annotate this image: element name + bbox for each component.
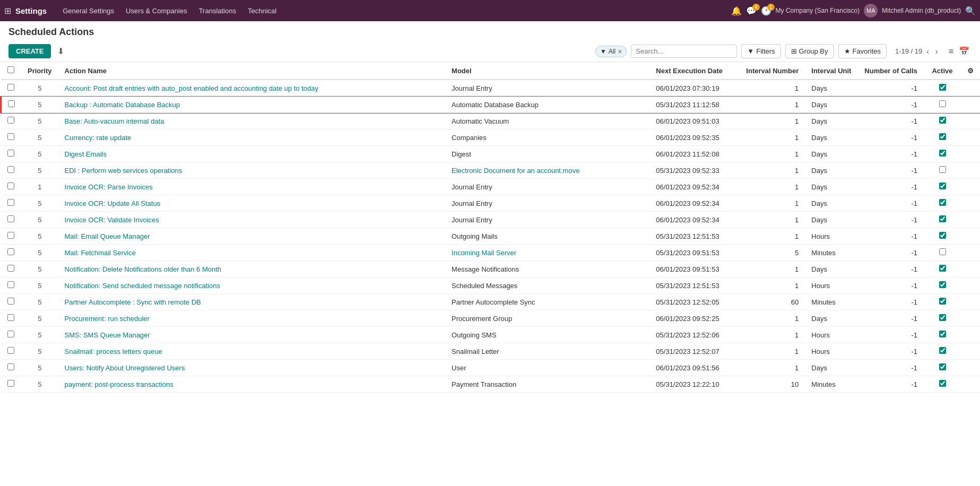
avatar[interactable]: MA <box>864 4 878 18</box>
header-active[interactable]: Active <box>924 62 961 80</box>
row-action-name[interactable]: Account: Post draft entries with auto_po… <box>58 80 446 97</box>
row-active[interactable] <box>924 294 961 310</box>
row-checkbox[interactable] <box>7 265 14 272</box>
row-checkbox[interactable] <box>7 117 14 124</box>
active-checkbox[interactable] <box>939 117 946 124</box>
active-checkbox[interactable] <box>939 281 946 288</box>
filters-button[interactable]: ▼ Filters <box>741 44 780 58</box>
group-by-button[interactable]: ⊞ Group By <box>785 44 834 58</box>
chat-icon[interactable]: 💬4 <box>746 6 757 16</box>
active-checkbox[interactable] <box>939 199 946 206</box>
active-checkbox[interactable] <box>939 215 946 222</box>
download-button[interactable]: ⬇ <box>55 44 66 58</box>
row-checkbox[interactable] <box>7 150 14 157</box>
row-active[interactable] <box>924 212 961 228</box>
active-checkbox[interactable] <box>939 166 946 173</box>
row-action-name[interactable]: Digest Emails <box>58 146 446 162</box>
row-checkbox[interactable] <box>7 232 14 239</box>
row-active[interactable] <box>924 360 961 376</box>
header-num-calls[interactable]: Number of Calls <box>858 62 924 80</box>
row-action-name[interactable]: Users: Notify About Unregistered Users <box>58 360 446 376</box>
row-active[interactable] <box>924 376 961 393</box>
row-model[interactable]: Electronic Document for an account.move <box>445 162 649 179</box>
active-checkbox[interactable] <box>939 298 946 305</box>
row-active[interactable] <box>924 97 961 113</box>
row-action-name[interactable]: Notification: Send scheduled message not… <box>58 277 446 294</box>
row-action-name[interactable]: SMS: SMS Queue Manager <box>58 327 446 343</box>
row-active[interactable] <box>924 179 961 195</box>
row-action-name[interactable]: Notification: Delete Notifications older… <box>58 261 446 277</box>
topnav-general-settings[interactable]: General Settings <box>57 5 119 17</box>
active-checkbox[interactable] <box>939 183 946 189</box>
row-action-name[interactable]: Mail: Fetchmail Service <box>58 245 446 261</box>
row-active[interactable] <box>924 327 961 343</box>
row-checkbox[interactable] <box>7 183 14 189</box>
topnav-translations[interactable]: Translations <box>194 5 241 17</box>
row-checkbox[interactable] <box>7 84 14 91</box>
calendar-view-button[interactable]: 📅 <box>957 45 972 57</box>
row-checkbox[interactable] <box>7 331 14 337</box>
row-checkbox[interactable] <box>8 100 15 107</box>
active-checkbox[interactable] <box>939 248 946 255</box>
search-icon[interactable]: 🔍 <box>965 6 976 16</box>
active-checkbox[interactable] <box>939 133 946 140</box>
row-checkbox[interactable] <box>7 380 14 387</box>
row-checkbox[interactable] <box>7 166 14 173</box>
select-all-checkbox[interactable] <box>7 66 14 73</box>
active-checkbox[interactable] <box>939 84 946 91</box>
row-action-name[interactable]: Backup : Automatic Database Backup <box>58 97 446 113</box>
topnav-users-companies[interactable]: Users & Companies <box>120 5 193 17</box>
active-checkbox[interactable] <box>939 363 946 370</box>
row-checkbox[interactable] <box>7 281 14 288</box>
row-active[interactable] <box>924 228 961 245</box>
row-action-name[interactable]: Snailmail: process letters queue <box>58 343 446 360</box>
row-active[interactable] <box>924 80 961 97</box>
row-action-name[interactable]: Mail: Email Queue Manager <box>58 228 446 245</box>
active-checkbox[interactable] <box>939 150 946 157</box>
header-model[interactable]: Model <box>445 62 649 80</box>
row-action-name[interactable]: Invoice OCR: Validate Invoices <box>58 212 446 228</box>
grid-icon[interactable]: ⊞ <box>4 6 11 16</box>
row-model[interactable]: Incoming Mail Server <box>445 245 649 261</box>
create-button[interactable]: CREATE <box>8 44 51 58</box>
active-checkbox[interactable] <box>939 265 946 272</box>
row-active[interactable] <box>924 245 961 261</box>
row-active[interactable] <box>924 162 961 179</box>
active-checkbox[interactable] <box>939 331 946 337</box>
row-active[interactable] <box>924 343 961 360</box>
row-action-name[interactable]: Invoice OCR: Parse Invoices <box>58 179 446 195</box>
row-active[interactable] <box>924 129 961 146</box>
row-action-name[interactable]: Currency: rate update <box>58 129 446 146</box>
row-checkbox[interactable] <box>7 133 14 140</box>
row-action-name[interactable]: EDI : Perform web services operations <box>58 162 446 179</box>
row-checkbox[interactable] <box>7 298 14 305</box>
header-interval-num[interactable]: Interval Number <box>740 62 805 80</box>
active-checkbox[interactable] <box>939 347 946 354</box>
active-checkbox[interactable] <box>939 314 946 321</box>
row-active[interactable] <box>924 261 961 277</box>
row-checkbox[interactable] <box>7 363 14 370</box>
prev-button[interactable]: ‹ <box>924 46 931 57</box>
row-checkbox[interactable] <box>7 199 14 206</box>
row-action-name[interactable]: Procurement: run scheduler <box>58 310 446 327</box>
filter-close[interactable]: × <box>618 47 622 56</box>
header-next-exec[interactable]: Next Execution Date <box>649 62 740 80</box>
list-view-button[interactable]: ≡ <box>947 45 956 57</box>
user-label[interactable]: Mitchell Admin (db_product) <box>882 7 961 14</box>
row-active[interactable] <box>924 113 961 129</box>
topnav-technical[interactable]: Technical <box>242 5 282 17</box>
company-label[interactable]: My Company (San Francisco) <box>776 7 860 14</box>
row-active[interactable] <box>924 146 961 162</box>
clock-icon[interactable]: 🕐1 <box>761 6 771 16</box>
row-active[interactable] <box>924 310 961 327</box>
search-input[interactable] <box>631 45 737 58</box>
header-priority[interactable]: Priority <box>21 62 58 80</box>
row-checkbox[interactable] <box>7 347 14 354</box>
row-checkbox[interactable] <box>7 314 14 321</box>
row-action-name[interactable]: Base: Auto-vacuum internal data <box>58 113 446 129</box>
row-action-name[interactable]: Partner Autocomplete : Sync with remote … <box>58 294 446 310</box>
active-checkbox[interactable] <box>939 380 946 387</box>
row-active[interactable] <box>924 277 961 294</box>
active-checkbox[interactable] <box>939 100 946 107</box>
header-action-name[interactable]: Action Name <box>58 62 446 80</box>
